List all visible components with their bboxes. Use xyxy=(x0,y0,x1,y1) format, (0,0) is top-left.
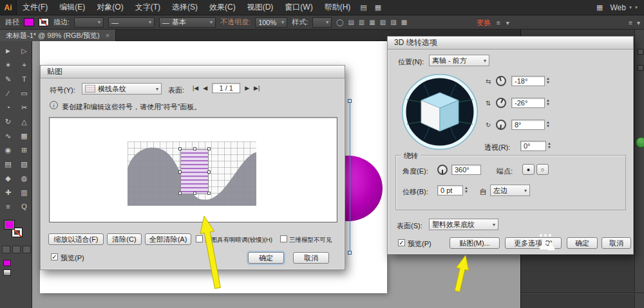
panel-icon[interactable] xyxy=(638,49,643,55)
rotate-z-knob[interactable] xyxy=(496,120,506,130)
color-swatch[interactable] xyxy=(3,260,11,266)
offset-stepper[interactable]: ▲ ▼ xyxy=(464,186,468,194)
draw-normal-button[interactable] xyxy=(2,246,10,253)
next-surface-icon[interactable]: ▶ xyxy=(245,85,249,91)
position-dropdown[interactable]: 离轴 - 前方 ▾ xyxy=(429,55,489,66)
surface-dropdown[interactable]: 塑料效果底纹 ▾ xyxy=(429,219,498,230)
panel-icon[interactable] xyxy=(638,65,643,71)
align-icon[interactable]: ▩ xyxy=(401,19,407,26)
invisible-geometry-label[interactable]: 三维模型不可见 xyxy=(289,236,332,244)
menu-select[interactable]: 选择(S) xyxy=(166,0,204,15)
style-dropdown[interactable]: ▾ xyxy=(312,17,332,28)
draw-behind-button[interactable] xyxy=(12,246,21,253)
shade-artwork-label[interactable]: 贴图具有明暗调(较慢)(H) xyxy=(205,236,272,244)
spin-down-icon[interactable]: ▼ xyxy=(464,190,468,194)
preview-checkbox-label[interactable]: 预览(P) xyxy=(408,239,431,249)
angle-field[interactable]: 360° xyxy=(451,165,481,175)
align-icon[interactable]: ▤ xyxy=(348,19,354,26)
transform-handle[interactable] xyxy=(207,192,211,195)
cancel-button[interactable]: 取消 xyxy=(293,252,329,264)
draw-inside-button[interactable] xyxy=(23,246,31,253)
mapped-symbol-rect[interactable] xyxy=(180,149,209,194)
rotate-x-stepper[interactable]: ▲ ▼ xyxy=(546,77,550,84)
brush-definition-dropdown[interactable]: — ▾ xyxy=(108,17,155,28)
rectangle-tool-icon[interactable]: ▭ xyxy=(16,86,32,100)
menu-file[interactable]: 文件(F) xyxy=(17,0,53,15)
symbol-mapping-canvas[interactable] xyxy=(128,141,256,206)
fill-indicator-swatch[interactable] xyxy=(4,220,15,230)
spin-down-icon[interactable]: ▼ xyxy=(546,102,550,106)
direct-selection-tool-icon[interactable]: ▷ xyxy=(16,44,32,58)
scale-tool-icon[interactable]: △ xyxy=(16,114,32,129)
preview-checkbox[interactable]: ✓ xyxy=(398,239,405,246)
transform-handle[interactable] xyxy=(193,192,196,195)
perspective-field[interactable]: 0° xyxy=(520,141,546,151)
transform-handle[interactable] xyxy=(178,170,182,174)
opacity-label[interactable]: 不透明度: xyxy=(220,17,251,27)
from-dropdown[interactable]: 左边 ▾ xyxy=(490,185,530,196)
hand-tool-icon[interactable]: ≡ xyxy=(0,199,16,213)
menu-effect[interactable]: 效果(C) xyxy=(204,0,242,15)
rotation-trackball[interactable] xyxy=(401,73,479,151)
variable-width-dropdown[interactable]: — 基本 ▾ xyxy=(159,17,216,28)
blend-tool-icon[interactable]: ◍ xyxy=(16,171,32,185)
map-preview-area[interactable] xyxy=(49,117,337,222)
dialog-title-bar[interactable]: 贴图 xyxy=(41,66,345,78)
transform-handle[interactable] xyxy=(207,147,211,150)
spin-down-icon[interactable]: ▼ xyxy=(546,124,550,128)
cap-hollow-button[interactable]: ○ xyxy=(536,164,549,175)
symbol-dropdown[interactable]: 横线条纹 ▾ xyxy=(82,83,162,95)
invisible-geometry-checkbox[interactable] xyxy=(280,235,287,242)
perspective-grid-tool-icon[interactable]: ⊞ xyxy=(16,143,32,157)
ok-button[interactable]: 确定 xyxy=(567,237,598,249)
collapsed-panel-strip[interactable] xyxy=(634,30,644,308)
line-tool-icon[interactable]: ∕ xyxy=(0,86,16,100)
cancel-button[interactable]: 取消 xyxy=(601,237,631,249)
eyedropper-tool-icon[interactable]: ◆ xyxy=(0,171,16,185)
cap-solid-button[interactable]: ● xyxy=(522,164,535,175)
zoom-tool-icon[interactable]: Q xyxy=(16,199,32,213)
symbol-sprayer-tool-icon[interactable]: ✚ xyxy=(0,185,16,199)
offset-field[interactable]: 0 pt xyxy=(437,185,463,195)
ok-button[interactable]: 确定 xyxy=(248,252,284,264)
chevron-down-icon[interactable]: ▾ xyxy=(637,19,640,26)
document-tab[interactable]: 未标题-1* @ 98% (RGB/预览) × xyxy=(0,30,116,41)
transform-handle[interactable] xyxy=(193,147,196,150)
shade-artwork-checkbox[interactable] xyxy=(196,235,203,242)
scissors-tool-icon[interactable]: ✂ xyxy=(16,100,32,114)
opacity-dropdown[interactable]: 100% ▾ xyxy=(255,17,287,28)
selection-handle[interactable] xyxy=(348,99,352,103)
close-icon[interactable]: × xyxy=(106,32,109,39)
align-icon[interactable]: ▧ xyxy=(380,19,386,26)
fill-color-swatch[interactable] xyxy=(24,18,34,26)
spin-down-icon[interactable]: ▼ xyxy=(546,80,550,84)
arrange-documents-icon[interactable]: ▦ xyxy=(371,3,385,12)
preview-checkbox[interactable]: ✓ xyxy=(51,253,58,260)
rotate-x-knob[interactable] xyxy=(496,76,506,86)
menu-help[interactable]: 帮助(H) xyxy=(319,0,357,15)
menu-view[interactable]: 视图(D) xyxy=(242,0,279,15)
first-surface-icon[interactable]: |◀ xyxy=(193,85,198,91)
scale-to-fit-button[interactable]: 缩放以适合(F) xyxy=(48,233,104,245)
app-logo-icon[interactable]: Ai xyxy=(0,0,17,15)
transform-handle[interactable] xyxy=(178,192,182,195)
rotate-z-stepper[interactable]: ▲ ▼ xyxy=(546,120,550,128)
gradient-tool-icon[interactable]: ▧ xyxy=(16,157,32,171)
dialog-title-bar[interactable]: 3D 绕转选项 xyxy=(388,37,633,50)
column-graph-tool-icon[interactable]: ▥ xyxy=(16,185,32,199)
preview-checkbox-label[interactable]: 预览(P) xyxy=(61,253,84,263)
transform-label[interactable]: 变换 xyxy=(477,18,491,28)
angle-knob[interactable] xyxy=(437,165,448,175)
last-surface-icon[interactable]: ▶| xyxy=(254,85,260,91)
shape-builder-tool-icon[interactable]: ◉ xyxy=(0,143,16,157)
selection-handle[interactable] xyxy=(348,251,352,255)
clear-button[interactable]: 清除(C) xyxy=(107,233,142,245)
rotate-y-knob[interactable] xyxy=(496,98,506,108)
paintbrush-tool-icon[interactable]: ◔ xyxy=(0,100,16,114)
stroke-weight-dropdown[interactable]: ▾ xyxy=(74,17,104,28)
transform-handle[interactable] xyxy=(207,170,211,174)
workspace-icon[interactable]: ▦ xyxy=(592,3,607,12)
rotate-x-field[interactable]: -18° xyxy=(511,76,545,86)
bridge-icon[interactable]: ▤ xyxy=(356,3,370,12)
menu-icon[interactable]: ≡ xyxy=(629,19,632,26)
